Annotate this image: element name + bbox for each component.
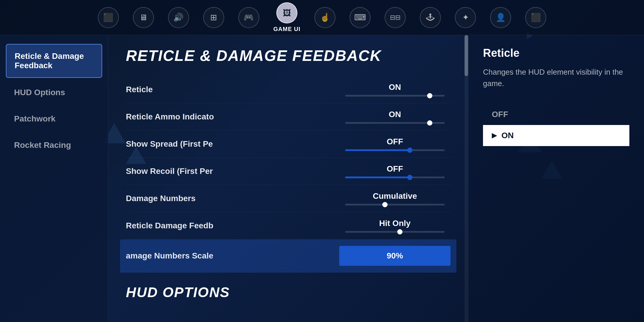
setting-label-reticle: Reticle (126, 85, 220, 94)
slider-fill-spread (345, 149, 410, 151)
slider-fill-reticle (345, 95, 430, 97)
setting-control-spread[interactable]: OFF (339, 137, 451, 151)
scroll-thumb[interactable] (465, 35, 468, 76)
nav-item-account[interactable]: 👤 (490, 7, 511, 28)
slider-fill-reticle-feedback (345, 231, 400, 233)
nav-item-accessibility[interactable]: ✦ (455, 7, 476, 28)
nav-item-controller[interactable]: 🎮 (238, 7, 259, 28)
dropdown-option-on[interactable]: ON (483, 125, 629, 146)
section-title: RETICLE & DAMAGE FEEDBACK (126, 47, 451, 64)
nav-item-interface[interactable]: ⊞ (203, 7, 224, 28)
nav-icon-keyboard: ⌨ (350, 7, 371, 28)
nav-item-keyboard[interactable]: ⌨ (350, 7, 371, 28)
nav-item-r1[interactable]: ⬛ (525, 7, 546, 28)
sidebar-item-rocket-racing[interactable]: Rocket Racing (6, 133, 102, 157)
setting-control-ammo[interactable]: ON (339, 110, 451, 124)
content-area: RETICLE & DAMAGE FEEDBACK Reticle ON Ret… (108, 35, 468, 322)
nav-icon-bindings: ⊟⊟ (385, 7, 406, 28)
nav-icons: ⬛ 🖥 🔊 ⊞ 🎮 🖼 GAME UI ☝ ⌨ ⊟⊟ 🕹 (98, 2, 547, 32)
slider-fill-recoil (345, 177, 410, 178)
setting-row-reticle-feedback: Reticle Damage Feedb Hit Only (126, 212, 451, 239)
setting-value-reticle-feedback: Hit Only (379, 219, 410, 228)
slider-fill-damage-numbers (345, 204, 385, 205)
slider-knob-ammo[interactable] (427, 120, 432, 126)
nav-icon-accessibility: ✦ (455, 7, 476, 28)
slider-track-damage-numbers[interactable] (345, 204, 445, 205)
setting-label-spread: Show Spread (First Pe (126, 139, 220, 149)
sidebar: Reticle & Damage Feedback HUD Options Pa… (0, 35, 108, 322)
nav-item-display[interactable]: 🖥 (133, 7, 154, 28)
nav-icon-l1: ⬛ (98, 7, 119, 28)
setting-control-damage-numbers[interactable]: Cumulative (339, 191, 451, 205)
scrollbar[interactable] (465, 35, 468, 322)
right-panel: Reticle Changes the HUD element visibili… (468, 35, 644, 322)
slider-track-reticle-feedback[interactable] (345, 231, 445, 233)
nav-label-gameui: GAME UI (273, 26, 301, 32)
main-layout: Reticle & Damage Feedback HUD Options Pa… (0, 35, 644, 322)
slider-track-reticle[interactable] (345, 95, 445, 97)
nav-icon-r1: ⬛ (525, 7, 546, 28)
nav-icon-display: 🖥 (133, 7, 154, 28)
setting-label-scale: amage Numbers Scale (126, 251, 220, 261)
nav-item-gamepad2[interactable]: 🕹 (420, 7, 441, 28)
setting-control-reticle[interactable]: ON (339, 83, 451, 97)
nav-item-l1[interactable]: ⬛ (98, 7, 119, 28)
slider-track-ammo[interactable] (345, 122, 445, 124)
top-nav: ⬛ 🖥 🔊 ⊞ 🎮 🖼 GAME UI ☝ ⌨ ⊟⊟ 🕹 (0, 0, 644, 35)
nav-icon-account: 👤 (490, 7, 511, 28)
setting-row-ammo: Reticle Ammo Indicato ON (126, 103, 451, 131)
nav-item-audio[interactable]: 🔊 (168, 7, 189, 28)
nav-icon-controller: 🎮 (238, 7, 259, 28)
setting-row-damage-numbers: Damage Numbers Cumulative (126, 185, 451, 212)
setting-row-reticle: Reticle ON (126, 76, 451, 103)
setting-control-reticle-feedback[interactable]: Hit Only (339, 219, 451, 233)
nav-item-bindings[interactable]: ⊟⊟ (385, 7, 406, 28)
setting-label-recoil: Show Recoil (First Per (126, 167, 220, 176)
sidebar-item-patchwork[interactable]: Patchwork (6, 107, 102, 131)
slider-knob-reticle-feedback[interactable] (397, 229, 402, 234)
nav-icon-gamepad2: 🕹 (420, 7, 441, 28)
right-panel-description: Changes the HUD element visibility in th… (483, 66, 629, 89)
setting-control-recoil[interactable]: OFF (339, 164, 451, 178)
setting-row-scale: amage Numbers Scale 90% (120, 239, 456, 273)
nav-icon-gameui: 🖼 (276, 2, 297, 23)
slider-knob-recoil[interactable] (407, 175, 412, 180)
setting-label-reticle-feedback: Reticle Damage Feedb (126, 221, 220, 230)
right-panel-title: Reticle (483, 47, 629, 59)
nav-item-touch[interactable]: ☝ (314, 7, 335, 28)
slider-knob-reticle[interactable] (427, 93, 432, 98)
setting-value-ammo: ON (389, 110, 401, 119)
nav-icon-touch: ☝ (314, 7, 335, 28)
setting-row-recoil: Show Recoil (First Per OFF (126, 158, 451, 185)
slider-track-recoil[interactable] (345, 177, 445, 178)
section-title-hud: HUD OPTIONS (126, 284, 451, 300)
sidebar-item-reticle-damage[interactable]: Reticle & Damage Feedback (6, 44, 102, 78)
setting-value-spread: OFF (387, 137, 403, 146)
sidebar-item-hud-options[interactable]: HUD Options (6, 81, 102, 104)
setting-control-scale[interactable]: 90% (339, 246, 451, 266)
setting-value-reticle: ON (389, 83, 401, 92)
nav-icon-interface: ⊞ (203, 7, 224, 28)
setting-label-ammo: Reticle Ammo Indicato (126, 112, 220, 121)
nav-item-gameui[interactable]: 🖼 GAME UI (273, 2, 301, 32)
setting-value-scale: 90% (387, 251, 403, 261)
slider-knob-spread[interactable] (407, 148, 412, 153)
setting-row-spread: Show Spread (First Pe OFF (126, 131, 451, 158)
nav-icon-audio: 🔊 (168, 7, 189, 28)
dropdown-selected-label: ON (501, 131, 514, 140)
setting-label-damage-numbers: Damage Numbers (126, 194, 220, 203)
setting-value-damage-numbers: Cumulative (373, 191, 417, 201)
slider-knob-damage-numbers[interactable] (382, 202, 388, 207)
slider-track-spread[interactable] (345, 149, 445, 151)
setting-value-recoil: OFF (387, 164, 403, 174)
dropdown-option-off[interactable]: OFF (483, 104, 629, 125)
